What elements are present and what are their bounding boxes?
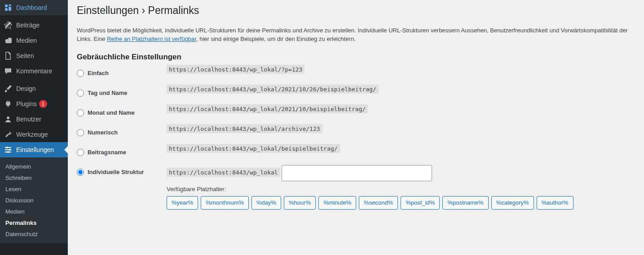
submenu-item-discussion[interactable]: Diskussion [0, 195, 68, 206]
tag-buttons-row: %year% %monthnum% %day% %hour% %minute% … [167, 196, 635, 210]
admin-sidebar: Dashboard Beiträge Medien Seiten Komment… [0, 0, 68, 255]
permalink-form: Einfach https://localhost:8443/wp_lokal/… [77, 66, 635, 210]
label-numeric: Numerisch [88, 129, 118, 136]
sidebar-item-label: Medien [16, 37, 37, 44]
sidebar-item-label: Beiträge [16, 22, 40, 29]
wrench-icon [4, 130, 13, 139]
radio-custom[interactable] [77, 169, 84, 176]
radio-numeric[interactable] [77, 129, 84, 136]
option-month-name: Monat und Name https://localhost:8443/wp… [77, 106, 635, 116]
submenu-item-writing[interactable]: Schreiben [0, 172, 68, 183]
sidebar-item-label: Design [16, 85, 36, 92]
media-icon [4, 36, 13, 45]
example-month-name: https://localhost:8443/wp_lokal/2021/10/… [167, 104, 368, 113]
plugins-update-badge: 1 [39, 100, 47, 108]
submenu-item-privacy[interactable]: Datenschutz [0, 228, 68, 240]
option-custom: Individuelle Struktur https://localhost:… [77, 165, 635, 210]
submenu-item-reading[interactable]: Lesen [0, 183, 68, 195]
intro-text-2: , hier sind einige Beispiele, um dir den… [196, 36, 356, 42]
sidebar-item-users[interactable]: Benutzer [0, 112, 68, 127]
radio-month-name[interactable] [77, 109, 84, 116]
sidebar-item-label: Seiten [16, 52, 34, 59]
sidebar-item-label: Benutzer [16, 116, 41, 123]
custom-structure-input[interactable] [282, 165, 432, 181]
pin-icon [4, 21, 13, 30]
sidebar-item-label: Einstellungen [16, 146, 54, 153]
sidebar-item-comments[interactable]: Kommentare [0, 63, 68, 79]
svg-point-1 [9, 149, 11, 151]
radio-postname[interactable] [77, 149, 84, 156]
radio-plain[interactable] [77, 70, 84, 77]
sidebar-item-plugins[interactable]: Plugins 1 [0, 96, 68, 112]
tag-monthnum-button[interactable]: %monthnum% [201, 196, 249, 210]
label-month-name: Monat und Name [88, 109, 135, 116]
page-icon [4, 51, 13, 60]
tag-postname-button[interactable]: %postname% [442, 196, 488, 210]
sidebar-item-label: Kommentare [16, 67, 52, 75]
comment-icon [4, 67, 13, 76]
sidebar-item-media[interactable]: Medien [0, 33, 68, 48]
option-postname: Beitragsname https://localhost:8443/wp_l… [77, 145, 635, 156]
sidebar-item-dashboard[interactable]: Dashboard [0, 0, 68, 15]
sliders-icon [4, 145, 13, 154]
example-plain: https://localhost:8443/wp_lokal/?p=123 [167, 65, 304, 74]
sidebar-item-posts[interactable]: Beiträge [0, 18, 68, 33]
tag-year-button[interactable]: %year% [167, 196, 198, 210]
main-content: Einstellungen › Permalinks WordPress bie… [68, 0, 644, 255]
option-plain: Einfach https://localhost:8443/wp_lokal/… [77, 66, 635, 77]
svg-point-2 [7, 151, 9, 153]
brush-icon [4, 84, 13, 93]
tag-second-button[interactable]: %second% [359, 196, 398, 210]
sidebar-item-tools[interactable]: Werkzeuge [0, 127, 68, 142]
page-title-part2: Permalinks [148, 4, 199, 16]
sidebar-item-design[interactable]: Design [0, 81, 68, 96]
tag-hour-button[interactable]: %hour% [284, 196, 316, 210]
option-numeric: Numerisch https://localhost:8443/wp_loka… [77, 125, 635, 136]
label-custom: Individuelle Struktur [88, 169, 144, 175]
label-day-name: Tag und Name [88, 89, 128, 96]
radio-day-name[interactable] [77, 89, 84, 97]
intro-paragraph: WordPress bietet die Möglichkeit, indivi… [77, 26, 634, 44]
sidebar-item-pages[interactable]: Seiten [0, 48, 68, 63]
svg-point-0 [6, 147, 8, 148]
help-link-placeholders[interactable]: Reihe an Platzhaltern ist verfügbar [107, 36, 196, 42]
option-day-name: Tag und Name https://localhost:8443/wp_l… [77, 86, 635, 97]
section-heading-common: Gebräuchliche Einstellungen [77, 53, 635, 62]
example-numeric: https://localhost:8443/wp_lokal/archive/… [167, 124, 322, 133]
example-postname: https://localhost:8443/wp_lokal/beispiel… [167, 144, 340, 153]
submenu-item-general[interactable]: Allgemein [0, 161, 68, 172]
sidebar-item-label: Werkzeuge [16, 131, 48, 138]
available-tags-label: Verfügbare Platzhalter: [167, 186, 635, 192]
tag-minute-button[interactable]: %minute% [318, 196, 356, 210]
tag-postid-button[interactable]: %post_id% [401, 196, 440, 210]
page-title: Einstellungen › Permalinks [77, 0, 635, 19]
user-icon [4, 115, 13, 124]
tag-author-button[interactable]: %author% [537, 196, 573, 210]
example-day-name: https://localhost:8443/wp_lokal/2021/10/… [167, 85, 379, 94]
page-title-divider: › [142, 4, 146, 16]
dashboard-icon [4, 3, 13, 12]
sidebar-item-label: Plugins [16, 100, 37, 107]
sidebar-item-settings[interactable]: Einstellungen [0, 142, 68, 157]
label-postname: Beitragsname [88, 149, 126, 156]
page-title-part1: Einstellungen [77, 4, 139, 16]
submenu-item-permalinks[interactable]: Permalinks [0, 217, 68, 228]
submenu-item-media[interactable]: Medien [0, 206, 68, 217]
sidebar-item-label: Dashboard [16, 4, 47, 11]
active-arrow-icon [64, 146, 68, 153]
tag-category-button[interactable]: %category% [491, 196, 534, 210]
example-custom-prefix: https://localhost:8443/wp_lokal [167, 168, 280, 177]
tag-day-button[interactable]: %day% [251, 196, 281, 210]
settings-submenu: Allgemein Schreiben Lesen Diskussion Med… [0, 157, 68, 243]
label-plain: Einfach [88, 70, 109, 76]
plug-icon [4, 99, 13, 108]
